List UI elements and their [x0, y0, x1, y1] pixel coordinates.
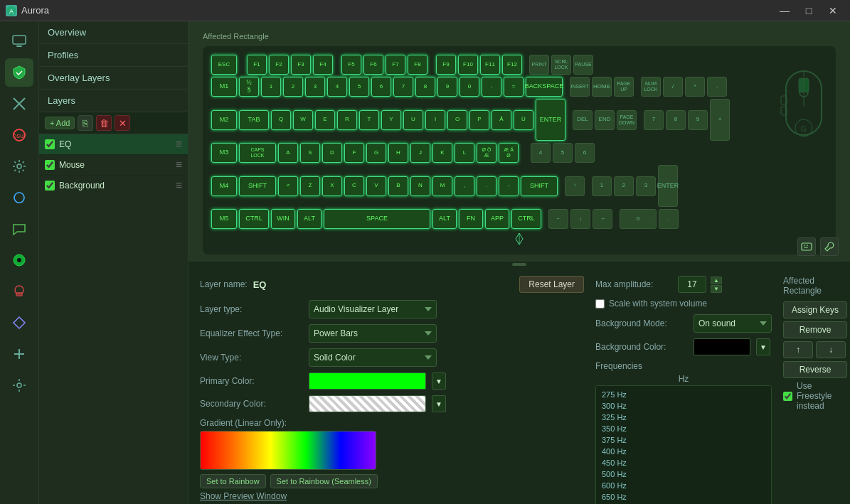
key-up[interactable]: ↑ [565, 176, 585, 196]
freq-item-350[interactable]: 350 Hz [599, 423, 768, 434]
key-equals[interactable]: = [504, 77, 524, 97]
key-down[interactable]: ↓ [570, 209, 590, 229]
resize-handle[interactable] [188, 262, 850, 267]
key-numplus[interactable]: + [710, 99, 730, 141]
copy-layer-button[interactable]: ⎘ [78, 115, 93, 131]
key-tilde[interactable]: ½§ [239, 77, 259, 97]
assign-keys-button[interactable]: Assign Keys [783, 301, 847, 318]
sidebar-icon-plus-bottom[interactable] [5, 340, 33, 368]
key-r[interactable]: R [337, 110, 357, 130]
eq-effect-select[interactable]: Power Bars Classic EQ Waveform [309, 324, 437, 343]
delete-layer-button[interactable]: 🗑 [96, 115, 112, 131]
key-esc[interactable]: ESC [211, 55, 237, 75]
key-ralt[interactable]: ALT [432, 209, 457, 229]
sidebar-icon-gear2[interactable] [5, 371, 33, 400]
freq-item-500[interactable]: 500 Hz [599, 468, 768, 480]
sidebar-icon-monitor[interactable] [5, 27, 33, 55]
key-print[interactable]: PRINT [529, 55, 549, 75]
key-period[interactable]: . [477, 176, 496, 196]
key-num0[interactable]: 0 [620, 209, 657, 229]
sidebar-icon-swords[interactable] [5, 90, 33, 118]
key-v[interactable]: V [366, 176, 386, 196]
key-f8[interactable]: F8 [408, 55, 427, 75]
key-7[interactable]: 7 [393, 77, 413, 97]
freq-item-650[interactable]: 650 Hz [599, 491, 768, 503]
layer-item-mouse[interactable]: Mouse ≡ [39, 155, 188, 176]
key-f5[interactable]: F5 [341, 55, 361, 75]
key-numminus[interactable]: - [707, 77, 727, 97]
freq-item-450[interactable]: 450 Hz [599, 457, 768, 468]
key-comma[interactable]: , [455, 176, 474, 196]
key-d[interactable]: D [322, 143, 342, 163]
key-t[interactable]: T [359, 110, 379, 130]
key-m[interactable]: M [432, 176, 452, 196]
key-a[interactable]: A [278, 143, 298, 163]
freq-item-400[interactable]: 400 Hz [599, 446, 768, 457]
key-e[interactable]: E [315, 110, 335, 130]
key-pagedown[interactable]: PAGEDOWN [617, 110, 637, 130]
key-f12[interactable]: F12 [502, 55, 522, 75]
key-pageup[interactable]: PAGEUP [614, 77, 634, 97]
key-y[interactable]: Y [381, 110, 401, 130]
key-4[interactable]: 4 [327, 77, 347, 97]
key-3[interactable]: 3 [305, 77, 325, 97]
freq-item-600[interactable]: 600 Hz [599, 480, 768, 491]
primary-color-dropdown[interactable]: ▼ [432, 372, 446, 390]
layer-eq-checkbox[interactable] [45, 139, 55, 149]
key-m1[interactable]: M1 [211, 77, 237, 97]
key-0[interactable]: 0 [459, 77, 479, 97]
freq-item-325[interactable]: 325 Hz [599, 412, 768, 423]
key-num8[interactable]: 8 [666, 110, 686, 130]
amplitude-input[interactable] [678, 276, 706, 293]
key-b[interactable]: B [388, 176, 408, 196]
key-num3[interactable]: 3 [636, 176, 656, 196]
wrench-icon-button[interactable] [820, 237, 839, 256]
key-9[interactable]: 9 [437, 77, 457, 97]
key-f10[interactable]: F10 [458, 55, 478, 75]
reverse-button[interactable]: Reverse [783, 361, 847, 378]
key-6[interactable]: 6 [371, 77, 391, 97]
sidebar-icon-chat[interactable] [5, 215, 33, 243]
gradient-bar[interactable] [200, 431, 376, 470]
key-8[interactable]: 8 [415, 77, 435, 97]
key-m5[interactable]: M5 [211, 209, 237, 229]
key-home[interactable]: HOME [592, 77, 612, 97]
key-left[interactable]: ← [548, 209, 568, 229]
key-f2[interactable]: F2 [269, 55, 289, 75]
key-minus[interactable]: - [482, 77, 501, 97]
key-slash[interactable]: - [499, 176, 519, 196]
sidebar-item-profiles[interactable]: Profiles [39, 44, 188, 67]
layer-eq-menu[interactable]: ≡ [176, 138, 182, 151]
key-p[interactable]: P [469, 110, 489, 130]
key-lbracket[interactable]: Å [492, 110, 511, 130]
key-fn[interactable]: FN [459, 209, 483, 229]
key-rctrl[interactable]: CTRL [511, 209, 541, 229]
sidebar-icon-diamond[interactable] [5, 309, 33, 337]
key-menu[interactable]: APP [485, 209, 509, 229]
key-f9[interactable]: F9 [436, 55, 456, 75]
key-g[interactable]: G [366, 143, 386, 163]
close-button[interactable]: ✕ [822, 0, 844, 21]
sidebar-icon-spiral[interactable] [5, 183, 33, 212]
key-num1[interactable]: 1 [592, 176, 612, 196]
layer-item-background[interactable]: Background ≡ [39, 176, 188, 196]
sidebar-item-overlay-layers[interactable]: Overlay Layers [39, 67, 188, 90]
key-lwin[interactable]: WIN [271, 209, 295, 229]
amplitude-down-button[interactable]: ▼ [711, 285, 722, 293]
key-f7[interactable]: F7 [386, 55, 405, 75]
sidebar-icon-shield[interactable] [5, 58, 33, 87]
key-numstar[interactable]: * [685, 77, 705, 97]
sidebar-item-overview[interactable]: Overview [39, 21, 188, 44]
secondary-color-swatch[interactable] [309, 395, 426, 412]
key-rbracket[interactable]: Ü [514, 110, 533, 130]
key-f4[interactable]: F4 [313, 55, 333, 75]
maximize-button[interactable]: □ [797, 0, 820, 21]
layer-background-checkbox[interactable] [45, 181, 55, 191]
key-q[interactable]: Q [271, 110, 291, 130]
key-lshift[interactable]: SHIFT [239, 176, 276, 196]
key-c[interactable]: C [344, 176, 364, 196]
bg-mode-select[interactable]: On sound Always Never [694, 314, 772, 333]
freq-item-300[interactable]: 300 Hz [599, 400, 768, 412]
key-numlock[interactable]: NUMLOCK [641, 77, 661, 97]
sidebar-item-layers[interactable]: Layers [39, 90, 188, 112]
